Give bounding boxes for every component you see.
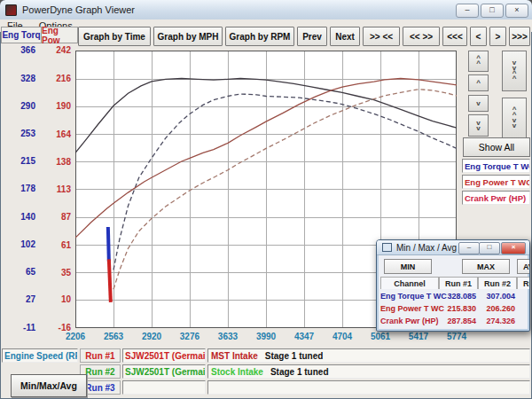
toolbar-button-7[interactable]: <<< xyxy=(442,27,467,46)
toolbar-button-0[interactable]: Graph by Time xyxy=(78,27,151,46)
tick-label: 242 xyxy=(39,45,71,55)
tick-label: 65 xyxy=(0,267,35,277)
toolbar-button-6[interactable]: << >> xyxy=(403,27,440,46)
minmax-column-header-1: Run #1 xyxy=(439,277,478,289)
toolbar-button-9[interactable]: > xyxy=(489,27,506,46)
tick-label: 216 xyxy=(39,74,71,83)
tick-label: -11 xyxy=(0,323,35,332)
vzoom-tall-button-1[interactable]: ^ ^ v v xyxy=(502,98,527,138)
popup-maximize-button[interactable]: □ xyxy=(479,242,500,254)
vzoom-small-button-1[interactable]: ^ xyxy=(468,74,489,91)
minmax-cell-r1c2: 206.260 xyxy=(478,304,515,317)
minmax-column-header-0: Channel xyxy=(380,277,439,289)
tick-label: 328 xyxy=(0,74,35,83)
tick-label: 2563 xyxy=(94,332,133,341)
run-desc-field-1[interactable]: MST IntakeStage 1 tuned xyxy=(207,348,530,363)
title-bar: PowerDyne Graph Viewer – □ × xyxy=(0,0,532,20)
window-title: PowerDyne Graph Viewer xyxy=(22,4,135,15)
toolbar-button-8[interactable]: < xyxy=(470,27,487,46)
tick-label: 61 xyxy=(39,240,71,250)
show-all-button[interactable]: Show All xyxy=(463,137,530,157)
tick-label: 140 xyxy=(0,212,35,222)
tick-label: 3276 xyxy=(170,332,209,341)
avg-button[interactable]: AVG xyxy=(517,259,530,274)
max-button[interactable]: MAX xyxy=(462,259,510,274)
minmax-cell-r2c2: 274.326 xyxy=(478,317,515,329)
run-desc-field-3[interactable] xyxy=(207,380,530,395)
toolbar: Graph by TimeGraph by MPHGraph by RPMPre… xyxy=(78,27,530,46)
run-desc-highlight-2: Stock Intake xyxy=(211,367,263,377)
run-name-field-1[interactable]: SJW2501T (Germaine xyxy=(122,348,206,363)
run-label-1: Run #1 xyxy=(80,348,121,363)
tick-label: 366 xyxy=(0,45,35,55)
minmax-cell-r2c1: 287.854 xyxy=(439,317,476,329)
toolbar-button-1[interactable]: Graph by MPH xyxy=(153,27,223,46)
tick-label: 3633 xyxy=(208,332,247,341)
tab-eng-torq[interactable]: Eng Torq xyxy=(1,27,42,43)
vzoom-small-button-0[interactable]: ^ ^ xyxy=(468,51,489,72)
app-window: PowerDyne Graph Viewer – □ × FileOptions… xyxy=(0,0,532,399)
toolbar-button-5[interactable]: >> << xyxy=(363,27,400,46)
tick-label: 113 xyxy=(39,184,71,194)
run-desc-text-1: Stage 1 tuned xyxy=(265,351,324,361)
minmax-column-header-3: Run #3 xyxy=(517,277,530,289)
toolbar-button-4[interactable]: Next xyxy=(330,27,360,46)
tick-label: 215 xyxy=(0,156,35,166)
minmax-cell-r0c0: Eng Torque T WC xyxy=(380,292,437,304)
tick-label: 102 xyxy=(0,239,35,249)
tick-label: 178 xyxy=(0,184,35,193)
popup-title-bar: Min / Max / Avg Values – □ × xyxy=(377,240,529,255)
popup-close-button[interactable]: × xyxy=(501,242,526,254)
tick-label: 2920 xyxy=(132,332,171,341)
toolbar-button-2[interactable]: Graph by RPM xyxy=(225,27,294,46)
min-button[interactable]: MIN xyxy=(384,259,432,274)
tick-label: 164 xyxy=(39,129,71,139)
tick-label: 290 xyxy=(0,101,35,111)
tick-label: 190 xyxy=(39,101,71,111)
legend-item-2[interactable]: Crank Pwr (HP) xyxy=(462,191,530,205)
popup-icon xyxy=(382,243,392,252)
minmax-cell-r1c0: Eng Power T WC xyxy=(380,304,437,317)
minmax-popup: Min / Max / Avg Values – □ × MIN MAX AVG… xyxy=(376,239,530,332)
tick-label: 3990 xyxy=(246,332,286,341)
tick-label: 4704 xyxy=(323,332,362,341)
vzoom-small-button-3[interactable]: v v xyxy=(468,114,489,137)
minmax-cell-r0c1: 328.085 xyxy=(439,292,476,304)
run-desc-highlight-1: MST Intake xyxy=(211,351,258,361)
run-desc-field-2[interactable]: Stock IntakeStage 1 tuned xyxy=(207,364,530,379)
minmax-avg-button[interactable]: Min/Max/Avg xyxy=(11,374,87,397)
run-start-marker-0 xyxy=(108,227,109,262)
minmax-column-header-2: Run #2 xyxy=(478,277,517,289)
popup-minimize-button[interactable]: – xyxy=(458,242,480,254)
minmax-cell-r0c2: 307.004 xyxy=(478,292,515,304)
run-start-marker-1 xyxy=(109,259,111,302)
tick-label: 5417 xyxy=(399,332,438,341)
run-name-field-2[interactable]: SJW2501T (Germaine xyxy=(122,364,206,379)
x-channel-box: Engine Speed (RPM) xyxy=(2,348,78,363)
minimize-button[interactable]: – xyxy=(456,4,479,18)
minmax-cell-r2c0: Crank Pwr (HP) xyxy=(380,317,437,329)
tick-label: 253 xyxy=(0,129,35,138)
toolbar-button-3[interactable]: Prev xyxy=(297,27,327,46)
run-desc-text-2: Stage 1 tuned xyxy=(270,367,329,377)
tick-label: 87 xyxy=(39,212,71,222)
app-icon xyxy=(5,4,17,16)
tick-label: 5061 xyxy=(361,332,400,341)
run-name-field-3[interactable] xyxy=(122,380,206,395)
legend-item-0[interactable]: Eng Torque T WC xyxy=(462,159,530,173)
tab-eng-pow[interactable]: Eng Pow xyxy=(41,27,78,43)
close-button[interactable]: × xyxy=(505,4,528,18)
tick-label: 2206 xyxy=(56,332,95,341)
vzoom-small-button-2[interactable]: v xyxy=(468,95,489,112)
tick-label: 4347 xyxy=(285,332,324,341)
tick-label: 10 xyxy=(39,294,71,304)
legend-item-1[interactable]: Eng Power T WC xyxy=(462,175,530,189)
vzoom-tall-button-0[interactable]: v v ^ ^ xyxy=(502,51,527,91)
toolbar-button-10[interactable]: >>> xyxy=(509,27,530,46)
maximize-button[interactable]: □ xyxy=(481,4,504,18)
tick-label: 138 xyxy=(39,157,71,167)
tick-label: 5774 xyxy=(437,332,476,341)
tick-label: 27 xyxy=(0,294,35,304)
minmax-cell-r1c1: 215.830 xyxy=(439,304,476,317)
tick-label: 35 xyxy=(39,268,71,278)
